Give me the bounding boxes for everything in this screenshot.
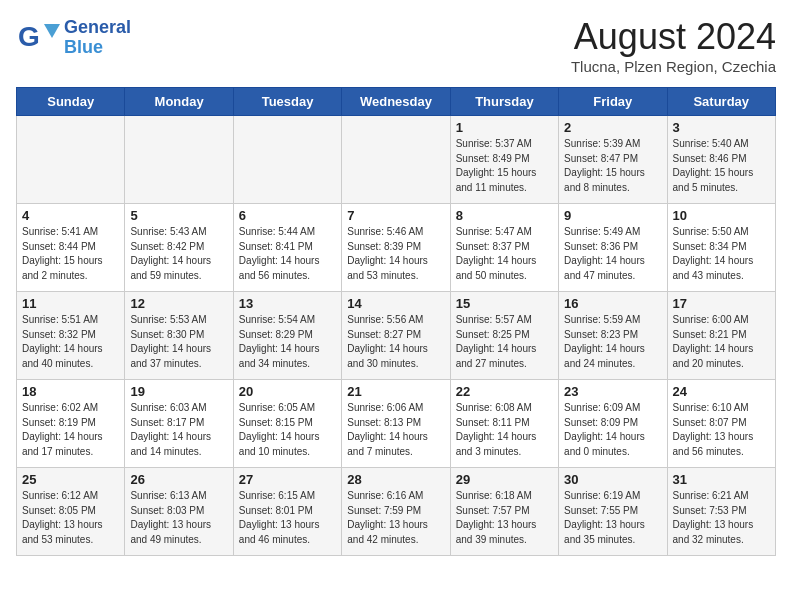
calendar-cell: 15Sunrise: 5:57 AM Sunset: 8:25 PM Dayli…: [450, 292, 558, 380]
day-number: 21: [347, 384, 444, 399]
day-number: 7: [347, 208, 444, 223]
day-number: 2: [564, 120, 661, 135]
logo: G General Blue: [16, 16, 131, 60]
calendar-cell: 23Sunrise: 6:09 AM Sunset: 8:09 PM Dayli…: [559, 380, 667, 468]
calendar-cell: 14Sunrise: 5:56 AM Sunset: 8:27 PM Dayli…: [342, 292, 450, 380]
day-info: Sunrise: 5:54 AM Sunset: 8:29 PM Dayligh…: [239, 313, 336, 371]
calendar-week: 1Sunrise: 5:37 AM Sunset: 8:49 PM Daylig…: [17, 116, 776, 204]
header-day: Thursday: [450, 88, 558, 116]
day-number: 9: [564, 208, 661, 223]
day-info: Sunrise: 6:00 AM Sunset: 8:21 PM Dayligh…: [673, 313, 770, 371]
calendar-cell: 9Sunrise: 5:49 AM Sunset: 8:36 PM Daylig…: [559, 204, 667, 292]
calendar-cell: 22Sunrise: 6:08 AM Sunset: 8:11 PM Dayli…: [450, 380, 558, 468]
day-info: Sunrise: 5:39 AM Sunset: 8:47 PM Dayligh…: [564, 137, 661, 195]
calendar-cell: 12Sunrise: 5:53 AM Sunset: 8:30 PM Dayli…: [125, 292, 233, 380]
day-info: Sunrise: 6:05 AM Sunset: 8:15 PM Dayligh…: [239, 401, 336, 459]
month-year: August 2024: [571, 16, 776, 58]
day-info: Sunrise: 5:40 AM Sunset: 8:46 PM Dayligh…: [673, 137, 770, 195]
day-info: Sunrise: 5:53 AM Sunset: 8:30 PM Dayligh…: [130, 313, 227, 371]
day-info: Sunrise: 5:59 AM Sunset: 8:23 PM Dayligh…: [564, 313, 661, 371]
calendar-cell: [17, 116, 125, 204]
header-day: Monday: [125, 88, 233, 116]
day-info: Sunrise: 6:09 AM Sunset: 8:09 PM Dayligh…: [564, 401, 661, 459]
day-number: 4: [22, 208, 119, 223]
calendar-cell: 30Sunrise: 6:19 AM Sunset: 7:55 PM Dayli…: [559, 468, 667, 556]
day-number: 31: [673, 472, 770, 487]
calendar-cell: 4Sunrise: 5:41 AM Sunset: 8:44 PM Daylig…: [17, 204, 125, 292]
day-info: Sunrise: 5:44 AM Sunset: 8:41 PM Dayligh…: [239, 225, 336, 283]
calendar-cell: 10Sunrise: 5:50 AM Sunset: 8:34 PM Dayli…: [667, 204, 775, 292]
day-number: 27: [239, 472, 336, 487]
calendar-cell: 13Sunrise: 5:54 AM Sunset: 8:29 PM Dayli…: [233, 292, 341, 380]
day-number: 13: [239, 296, 336, 311]
day-number: 8: [456, 208, 553, 223]
calendar-cell: 21Sunrise: 6:06 AM Sunset: 8:13 PM Dayli…: [342, 380, 450, 468]
calendar-cell: 24Sunrise: 6:10 AM Sunset: 8:07 PM Dayli…: [667, 380, 775, 468]
title-block: August 2024 Tlucna, Plzen Region, Czechi…: [571, 16, 776, 75]
header-day: Tuesday: [233, 88, 341, 116]
day-number: 5: [130, 208, 227, 223]
day-number: 18: [22, 384, 119, 399]
day-number: 19: [130, 384, 227, 399]
day-info: Sunrise: 5:43 AM Sunset: 8:42 PM Dayligh…: [130, 225, 227, 283]
calendar-header: SundayMondayTuesdayWednesdayThursdayFrid…: [17, 88, 776, 116]
day-number: 26: [130, 472, 227, 487]
day-info: Sunrise: 5:49 AM Sunset: 8:36 PM Dayligh…: [564, 225, 661, 283]
calendar-cell: 29Sunrise: 6:18 AM Sunset: 7:57 PM Dayli…: [450, 468, 558, 556]
day-number: 24: [673, 384, 770, 399]
calendar-table: SundayMondayTuesdayWednesdayThursdayFrid…: [16, 87, 776, 556]
day-number: 29: [456, 472, 553, 487]
header-day: Sunday: [17, 88, 125, 116]
calendar-cell: 25Sunrise: 6:12 AM Sunset: 8:05 PM Dayli…: [17, 468, 125, 556]
header-day: Friday: [559, 88, 667, 116]
day-number: 25: [22, 472, 119, 487]
svg-marker-1: [44, 24, 60, 38]
logo-general: General: [64, 18, 131, 38]
calendar-cell: 26Sunrise: 6:13 AM Sunset: 8:03 PM Dayli…: [125, 468, 233, 556]
calendar-week: 18Sunrise: 6:02 AM Sunset: 8:19 PM Dayli…: [17, 380, 776, 468]
day-info: Sunrise: 5:46 AM Sunset: 8:39 PM Dayligh…: [347, 225, 444, 283]
logo-icon: G: [16, 16, 60, 60]
calendar-cell: 18Sunrise: 6:02 AM Sunset: 8:19 PM Dayli…: [17, 380, 125, 468]
svg-text:G: G: [18, 21, 40, 52]
calendar-cell: 19Sunrise: 6:03 AM Sunset: 8:17 PM Dayli…: [125, 380, 233, 468]
calendar-cell: 2Sunrise: 5:39 AM Sunset: 8:47 PM Daylig…: [559, 116, 667, 204]
logo-text: General Blue: [64, 18, 131, 58]
day-info: Sunrise: 6:21 AM Sunset: 7:53 PM Dayligh…: [673, 489, 770, 547]
day-number: 11: [22, 296, 119, 311]
day-number: 28: [347, 472, 444, 487]
day-info: Sunrise: 5:50 AM Sunset: 8:34 PM Dayligh…: [673, 225, 770, 283]
day-number: 16: [564, 296, 661, 311]
location: Tlucna, Plzen Region, Czechia: [571, 58, 776, 75]
header-day: Wednesday: [342, 88, 450, 116]
day-number: 22: [456, 384, 553, 399]
day-number: 12: [130, 296, 227, 311]
day-info: Sunrise: 5:37 AM Sunset: 8:49 PM Dayligh…: [456, 137, 553, 195]
day-number: 6: [239, 208, 336, 223]
header-row: SundayMondayTuesdayWednesdayThursdayFrid…: [17, 88, 776, 116]
calendar-cell: 20Sunrise: 6:05 AM Sunset: 8:15 PM Dayli…: [233, 380, 341, 468]
day-info: Sunrise: 6:19 AM Sunset: 7:55 PM Dayligh…: [564, 489, 661, 547]
day-info: Sunrise: 6:08 AM Sunset: 8:11 PM Dayligh…: [456, 401, 553, 459]
day-number: 10: [673, 208, 770, 223]
day-info: Sunrise: 6:02 AM Sunset: 8:19 PM Dayligh…: [22, 401, 119, 459]
calendar-cell: [233, 116, 341, 204]
calendar-cell: 6Sunrise: 5:44 AM Sunset: 8:41 PM Daylig…: [233, 204, 341, 292]
day-number: 1: [456, 120, 553, 135]
calendar-cell: [125, 116, 233, 204]
day-info: Sunrise: 5:57 AM Sunset: 8:25 PM Dayligh…: [456, 313, 553, 371]
day-info: Sunrise: 6:06 AM Sunset: 8:13 PM Dayligh…: [347, 401, 444, 459]
calendar-cell: 1Sunrise: 5:37 AM Sunset: 8:49 PM Daylig…: [450, 116, 558, 204]
calendar-cell: 3Sunrise: 5:40 AM Sunset: 8:46 PM Daylig…: [667, 116, 775, 204]
calendar-week: 4Sunrise: 5:41 AM Sunset: 8:44 PM Daylig…: [17, 204, 776, 292]
calendar-cell: 17Sunrise: 6:00 AM Sunset: 8:21 PM Dayli…: [667, 292, 775, 380]
day-info: Sunrise: 5:41 AM Sunset: 8:44 PM Dayligh…: [22, 225, 119, 283]
calendar-cell: 8Sunrise: 5:47 AM Sunset: 8:37 PM Daylig…: [450, 204, 558, 292]
calendar-cell: [342, 116, 450, 204]
logo-blue: Blue: [64, 38, 131, 58]
day-info: Sunrise: 6:03 AM Sunset: 8:17 PM Dayligh…: [130, 401, 227, 459]
day-number: 14: [347, 296, 444, 311]
day-number: 15: [456, 296, 553, 311]
calendar-cell: 11Sunrise: 5:51 AM Sunset: 8:32 PM Dayli…: [17, 292, 125, 380]
day-number: 20: [239, 384, 336, 399]
